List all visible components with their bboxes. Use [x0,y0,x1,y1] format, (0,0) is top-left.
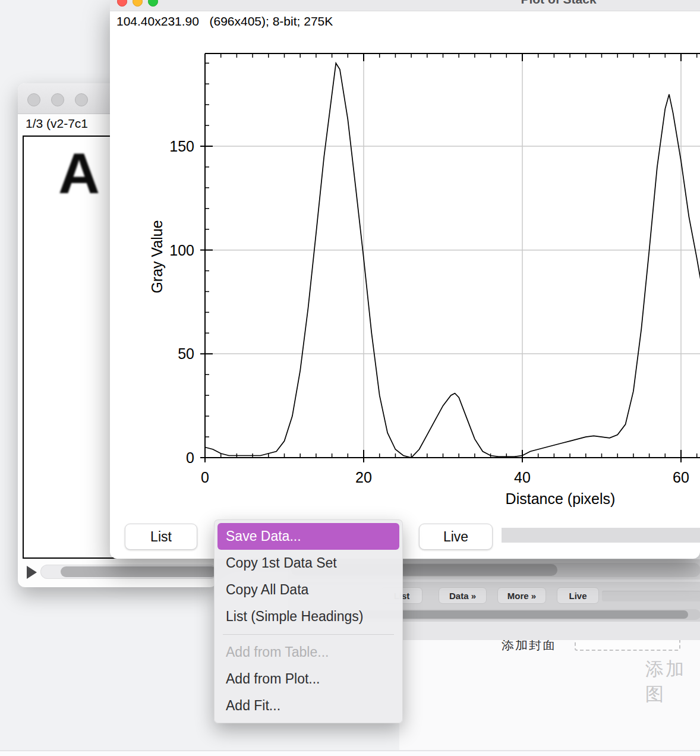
svg-text:100: 100 [169,242,194,259]
svg-text:50: 50 [178,345,194,362]
live-button[interactable]: Live [419,524,493,550]
minimize-icon[interactable] [51,93,64,106]
menu-item-list-simple-headings[interactable]: List (Simple Headings) [217,603,399,630]
context-menu: Save Data...Copy 1st Data SetCopy All Da… [214,519,403,723]
svg-text:Gray Value: Gray Value [149,220,165,293]
menu-item-add-fit[interactable]: Add Fit... [217,692,399,719]
plot-of-stack-window: Plot of Stack 104.40x231.90 (696x405); 8… [110,0,700,559]
close-icon[interactable] [27,93,40,106]
zoom-icon[interactable] [75,93,88,106]
svg-text:0: 0 [201,469,209,486]
bg-live-button[interactable]: Live [557,587,599,604]
svg-text:150: 150 [169,138,194,155]
screen: 添加封面 添加图 ListData »More »Live 1/3 (v2-7c… [0,0,700,756]
svg-text:Distance (pixels): Distance (pixels) [506,490,616,507]
dashed-placeholder-box[interactable] [575,640,680,651]
bg-more-button[interactable]: More » [497,587,546,604]
play-icon[interactable] [27,566,37,579]
menu-separator [223,634,394,635]
svg-text:60: 60 [673,469,689,486]
background-slider[interactable] [602,591,700,601]
profile-plot: 0204060050100150Distance (pixels)Gray Va… [110,0,700,559]
list-button[interactable]: List [125,524,197,550]
menu-item-add-from-plot[interactable]: Add from Plot... [217,666,399,692]
image-content-letter: A [58,140,100,207]
stack-info-label: 1/3 (v2-7c1 [26,116,88,131]
menu-item-save-data[interactable]: Save Data... [217,523,399,550]
svg-text:0: 0 [186,449,194,466]
document-toolbar-band [399,621,700,640]
bg-data-button[interactable]: Data » [439,587,487,604]
menu-item-copy-all-data[interactable]: Copy All Data [217,577,399,603]
add-cover-label[interactable]: 添加封面 [502,640,556,653]
stack-slider-thumb[interactable] [61,566,217,577]
bottom-strip [0,751,700,756]
plot-bottom-bar [502,528,700,543]
svg-text:20: 20 [355,469,372,486]
menu-item-copy-1st-data-set[interactable]: Copy 1st Data Set [217,550,399,577]
add-figure-label[interactable]: 添加图 [645,657,700,707]
document-page: 添加封面 添加图 [399,640,700,750]
menu-item-add-from-table: Add from Table... [217,639,399,666]
svg-text:40: 40 [514,469,531,486]
